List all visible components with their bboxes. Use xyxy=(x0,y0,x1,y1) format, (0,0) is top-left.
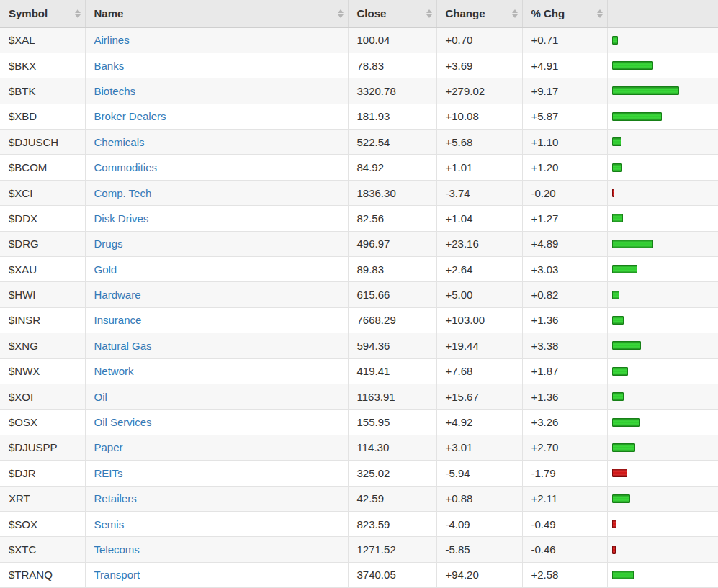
sector-name-link[interactable]: REITs xyxy=(94,467,123,479)
column-header-change[interactable]: Change xyxy=(436,0,522,27)
table-row: $DRG Drugs 496.97 +23.16 +4.89 xyxy=(0,231,718,256)
change-cell: +279.02 xyxy=(436,78,522,104)
close-cell: 325.02 xyxy=(348,461,436,486)
name-cell: Chemicals xyxy=(85,130,348,155)
sector-name-link[interactable]: Comp. Tech xyxy=(94,187,152,199)
bar-cell xyxy=(607,206,712,231)
sector-name-link[interactable]: Banks xyxy=(94,60,125,72)
bar-cell xyxy=(607,537,712,562)
sector-name-link[interactable]: Gold xyxy=(94,263,117,276)
change-value: +10.08 xyxy=(446,110,479,122)
filler-cell xyxy=(712,104,718,129)
pct-chg-cell: +3.38 xyxy=(522,333,607,358)
close-cell: 522.54 xyxy=(348,130,436,155)
filler-cell xyxy=(712,231,718,256)
close-cell: 7668.29 xyxy=(348,307,436,333)
close-value: 594.36 xyxy=(357,340,390,352)
change-cell: +1.01 xyxy=(436,155,522,180)
pct-chg-value: +1.10 xyxy=(531,136,559,148)
column-header-symbol[interactable]: Symbol xyxy=(0,0,85,27)
filler-cell xyxy=(712,410,718,435)
sector-name-link[interactable]: Drugs xyxy=(94,238,123,250)
pct-change-bar xyxy=(612,571,634,579)
sector-name-link[interactable]: Oil xyxy=(94,391,107,403)
sector-name-link[interactable]: Hardware xyxy=(94,289,141,301)
sector-name-link[interactable]: Telecoms xyxy=(94,543,140,556)
close-cell: 89.83 xyxy=(348,257,436,282)
symbol-text: $XNG xyxy=(9,340,38,352)
close-cell: 42.59 xyxy=(348,486,436,511)
sector-name-link[interactable]: Disk Drives xyxy=(94,212,149,225)
filler-cell xyxy=(712,27,718,53)
pct-chg-value: -0.49 xyxy=(531,518,556,530)
bar-cell xyxy=(607,562,712,587)
table-row: $INSR Insurance 7668.29 +103.00 +1.36 xyxy=(0,307,718,333)
close-cell: 419.41 xyxy=(348,358,436,384)
sector-name-link[interactable]: Semis xyxy=(94,518,125,530)
symbol-cell: $BTK xyxy=(0,78,85,104)
sector-name-link[interactable]: Airlines xyxy=(94,34,130,46)
filler-cell xyxy=(712,333,718,358)
bar-cell xyxy=(607,155,712,180)
pct-chg-value: +4.89 xyxy=(531,238,559,250)
filler-cell xyxy=(712,461,718,486)
close-value: 89.83 xyxy=(357,263,385,276)
table-row: $DDX Disk Drives 82.56 +1.04 +1.27 xyxy=(0,206,718,231)
sector-name-link[interactable]: Commodities xyxy=(94,161,158,173)
change-cell: -4.09 xyxy=(436,511,522,536)
symbol-text: $XAU xyxy=(9,263,37,276)
sector-name-link[interactable]: Network xyxy=(94,365,134,377)
column-header-label: Close xyxy=(357,7,387,19)
bar-cell xyxy=(607,511,712,536)
close-cell: 84.92 xyxy=(348,155,436,180)
symbol-text: $DRG xyxy=(9,238,39,250)
close-cell: 100.04 xyxy=(348,27,436,53)
close-cell: 3320.78 xyxy=(348,78,436,104)
sector-name-link[interactable]: Paper xyxy=(94,441,123,453)
table-row: $TRANQ Transport 3740.05 +94.20 +2.58 xyxy=(0,562,718,587)
sector-name-link[interactable]: Natural Gas xyxy=(94,340,152,352)
symbol-cell: $SOX xyxy=(0,511,85,536)
sector-name-link[interactable]: Oil Services xyxy=(94,416,152,428)
table-row: XRT Retailers 42.59 +0.88 +2.11 xyxy=(0,486,718,511)
pct-chg-value: -1.79 xyxy=(531,467,556,479)
sector-name-link[interactable]: Retailers xyxy=(94,492,137,505)
filler-cell xyxy=(712,53,718,78)
column-header-pct-chg[interactable]: % Chg xyxy=(522,0,607,27)
change-cell: +15.67 xyxy=(436,384,522,409)
sector-name-link[interactable]: Insurance xyxy=(94,314,142,326)
symbol-cell: $OSX xyxy=(0,410,85,435)
pct-chg-cell: +0.82 xyxy=(522,282,607,307)
pct-chg-value: +5.87 xyxy=(531,110,559,122)
name-cell: Airlines xyxy=(85,27,348,53)
pct-change-bar xyxy=(612,341,641,350)
column-header-name[interactable]: Name xyxy=(85,0,348,27)
sector-name-link[interactable]: Chemicals xyxy=(94,136,145,148)
table-body: $XAL Airlines 100.04 +0.70 +0.71 $BKX Ba… xyxy=(0,27,718,588)
close-cell: 594.36 xyxy=(348,333,436,358)
symbol-text: $NWX xyxy=(9,365,40,377)
symbol-cell: $NWX xyxy=(0,358,85,384)
name-cell: Insurance xyxy=(85,307,348,333)
sector-name-link[interactable]: Biotechs xyxy=(94,85,136,97)
pct-chg-value: +3.03 xyxy=(531,263,559,276)
symbol-text: $OSX xyxy=(9,416,37,428)
symbol-text: $DJR xyxy=(9,467,36,479)
pct-chg-value: +0.71 xyxy=(531,34,559,46)
change-value: +2.64 xyxy=(446,263,473,276)
filler-cell xyxy=(712,78,718,104)
close-value: 3740.05 xyxy=(357,569,396,581)
name-cell: Transport xyxy=(85,562,348,587)
close-cell: 823.59 xyxy=(348,511,436,536)
change-value: +279.02 xyxy=(446,85,485,97)
column-header-label: Name xyxy=(94,7,124,19)
pct-chg-cell: +1.10 xyxy=(522,130,607,155)
bar-cell xyxy=(607,461,712,486)
column-header-close[interactable]: Close xyxy=(348,0,436,27)
close-cell: 615.66 xyxy=(348,282,436,307)
symbol-text: $SOX xyxy=(9,518,37,530)
sector-name-link[interactable]: Transport xyxy=(94,569,140,581)
table-row: $XTC Telecoms 1271.52 -5.85 -0.46 xyxy=(0,537,718,562)
sector-name-link[interactable]: Broker Dealers xyxy=(94,110,166,122)
filler-cell xyxy=(712,130,718,155)
